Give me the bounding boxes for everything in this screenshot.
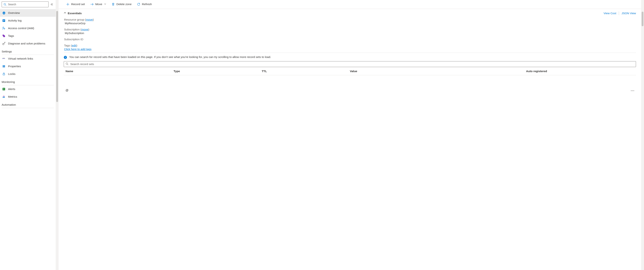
svg-point-13 [4,58,4,59]
sidebar-collapse-button[interactable] [50,2,54,6]
svg-point-16 [4,58,4,58]
subscription-label: Subscription (move) [64,28,89,31]
resource-group-move-link[interactable]: move [86,18,93,21]
nav-item-activity-log[interactable]: Activity log [0,17,56,24]
svg-point-38 [631,91,632,91]
nav-item-vnet-links[interactable]: Virtual network links [0,55,56,62]
nav-label: Virtual network links [8,57,33,60]
resource-group-label: Resource group (move) [64,18,94,21]
record-set-button[interactable]: Record set [64,1,87,7]
col-type[interactable]: Type [174,70,262,73]
records-search[interactable] [64,61,636,67]
tags-icon [2,34,6,37]
svg-rect-25 [4,96,4,98]
tags-edit-link[interactable]: edit [72,44,76,47]
nav-section-monitoring: Monitoring [0,78,56,85]
svg-point-36 [66,63,68,64]
info-text: You can search for record sets that have… [69,55,271,59]
nav-section-settings: Settings [0,47,56,55]
svg-rect-17 [3,65,3,67]
svg-point-8 [3,27,4,28]
move-button[interactable]: Move [88,1,108,7]
subscription-value: MySubscription [65,31,636,35]
nav-item-tags[interactable]: Tags [0,32,56,40]
svg-rect-18 [4,65,4,67]
svg-point-12 [2,58,3,59]
record-name: @ [66,89,174,92]
info-icon [64,56,67,59]
svg-text:DNS: DNS [3,12,5,14]
tool-label: Move [95,2,102,6]
records-table: Name Type TTL Value Auto registered @ [64,67,636,95]
scrollbar-thumb[interactable] [642,12,644,26]
view-cost-link[interactable]: View Cost [604,12,616,15]
nav-item-alerts[interactable]: Alerts [0,85,56,93]
activity-log-icon [2,19,6,22]
chevron-down-icon [104,2,106,6]
access-control-icon [2,27,6,30]
subscription-id-label: Subscription ID [64,38,83,41]
svg-point-39 [632,91,633,91]
nav-label: Alerts [8,87,15,91]
svg-rect-22 [4,88,4,89]
search-icon [3,3,6,6]
dns-zone-icon: DNS [2,11,6,14]
json-view-link[interactable]: JSON View [622,12,636,15]
locks-icon [2,72,6,76]
nav-label: Overview [8,11,20,14]
alerts-icon [2,87,6,91]
col-name[interactable]: Name [66,70,174,73]
svg-rect-24 [3,97,3,98]
col-ttl[interactable]: TTL [262,70,350,73]
nav-item-metrics[interactable]: Metrics [0,93,56,101]
resource-group-value: MyResourceGrp [65,22,636,25]
nav-item-access-control[interactable]: Access control (IAM) [0,24,56,32]
diagnose-icon [2,42,6,45]
record-row[interactable]: @ [64,86,636,95]
svg-point-27 [3,96,3,97]
svg-rect-5 [3,20,4,20]
svg-point-10 [3,35,3,35]
tool-label: Delete zone [116,2,132,6]
tags-label: Tags (edit) [64,44,77,47]
sidebar-scrollbar[interactable] [56,0,58,270]
essentials-title: Essentials [68,12,82,15]
sidebar-search[interactable] [2,1,48,7]
row-actions-menu[interactable] [627,89,634,92]
divider [64,53,636,53]
svg-rect-6 [3,20,4,21]
nav-label: Activity log [8,19,22,22]
delete-zone-button[interactable]: Delete zone [110,1,134,7]
subscription-move-link[interactable]: move [82,28,88,31]
svg-rect-26 [4,97,5,98]
nav-item-overview[interactable]: DNS Overview [0,9,56,17]
svg-point-14 [4,58,5,59]
properties-icon [2,65,6,68]
chevron-up-icon [64,12,66,15]
essentials-toggle[interactable]: Essentials [64,12,82,15]
main-scrollbar[interactable] [641,0,644,270]
nav-label: Tags [8,34,14,37]
nav-section-automation: Automation [0,101,56,108]
svg-point-35 [65,56,66,57]
nav-label: Metrics [8,95,17,98]
svg-point-29 [4,96,4,96]
col-value[interactable]: Value [350,70,526,73]
trash-icon [112,3,115,6]
vnet-links-icon [2,57,6,60]
records-head: Name Type TTL Value Auto registered [64,67,636,75]
records-search-input[interactable] [70,62,634,66]
add-tags-link[interactable]: Click here to add tags [64,48,92,51]
nav-item-diagnose[interactable]: Diagnose and solve problems [0,40,56,47]
svg-rect-34 [65,57,66,58]
nav-item-properties[interactable]: Properties [0,62,56,70]
refresh-button[interactable]: Refresh [135,1,154,7]
divider [2,108,54,108]
svg-line-1 [5,5,6,5]
scrollbar-thumb[interactable] [56,11,58,102]
search-icon [66,62,68,66]
essentials-body: Resource group (move) MyResourceGrp Subs… [64,18,636,51]
nav-item-locks[interactable]: Locks [0,70,56,78]
sidebar-search-input[interactable] [8,3,47,6]
col-auto[interactable]: Auto registered [526,70,627,73]
